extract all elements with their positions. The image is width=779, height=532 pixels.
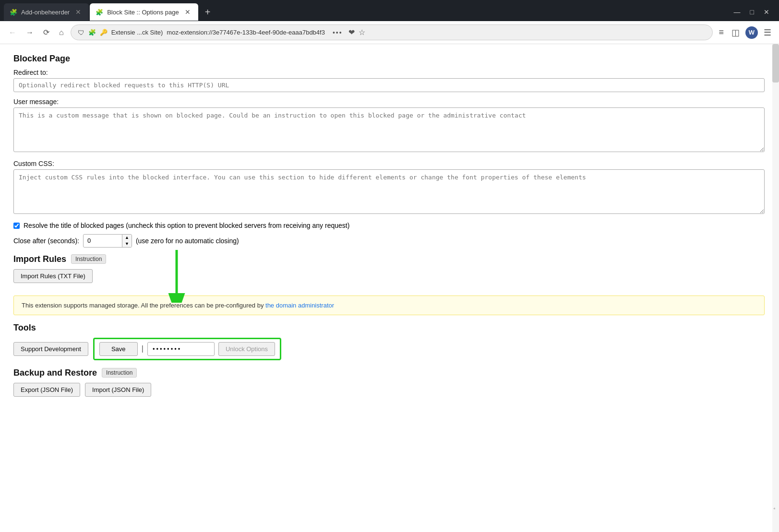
addon-tab-close[interactable]: ✕ xyxy=(73,7,83,17)
resolve-title-row: Resolve the title of blocked pages (unch… xyxy=(13,222,765,229)
close-after-input[interactable] xyxy=(84,235,122,246)
blocksite-tab-icon: 🧩 xyxy=(96,8,103,16)
tools-row: Support Development Save | Unlock Option… xyxy=(13,338,765,360)
tab-addon[interactable]: 🧩 Add-onbeheerder ✕ xyxy=(4,3,89,21)
security-shield-icon: 🛡 xyxy=(78,29,84,36)
close-button[interactable]: ✕ xyxy=(764,8,769,16)
info-banner-text-before: This extension supports managed storage.… xyxy=(22,302,265,309)
import-json-button[interactable]: Import (JSON File) xyxy=(85,383,151,397)
address-bar: ← → ⟳ ⌂ 🛡 🧩 🔑 Extensie ...ck Site) moz-e… xyxy=(0,21,779,44)
info-banner-wrapper: This extension supports managed storage.… xyxy=(13,296,765,315)
import-rules-title: Import Rules xyxy=(13,254,66,264)
redirect-label: Redirect to: xyxy=(13,69,765,76)
backup-buttons-row: Export (JSON File) Import (JSON File) xyxy=(13,383,765,397)
close-after-label: Close after (seconds): xyxy=(13,237,79,245)
export-json-button[interactable]: Export (JSON File) xyxy=(13,383,80,397)
password-input[interactable] xyxy=(147,342,215,356)
home-button[interactable]: ⌂ xyxy=(56,26,67,39)
sidebar-icon[interactable]: ◫ xyxy=(730,25,742,40)
page-content: Blocked Page Redirect to: User message: … xyxy=(0,44,779,532)
import-rules-button[interactable]: Import Rules (TXT File) xyxy=(13,269,93,283)
close-after-row: Close after (seconds): ▲ ▼ (use zero for… xyxy=(13,234,765,248)
url-full-text: moz-extension://3e77467e-133b-4eef-90de-… xyxy=(167,29,325,36)
pipe-separator: | xyxy=(142,344,144,353)
tools-title: Tools xyxy=(13,323,765,333)
redirect-input[interactable] xyxy=(13,78,765,92)
scrollbar-thumb[interactable] xyxy=(772,44,779,83)
ext-icon: 🧩 xyxy=(88,29,96,36)
backup-restore-header: Backup and Restore Instruction xyxy=(13,368,765,378)
spin-down-button[interactable]: ▼ xyxy=(122,241,132,247)
addon-tab-label: Add-onbeheerder xyxy=(21,9,70,16)
blocksite-tab-label: Block Site :: Options page xyxy=(107,9,179,16)
back-button[interactable]: ← xyxy=(6,26,19,39)
unlock-options-button[interactable]: Unlock Options xyxy=(218,342,275,356)
url-bar[interactable]: 🛡 🧩 🔑 Extensie ...ck Site) moz-extension… xyxy=(71,24,713,40)
backup-restore-instruction-badge[interactable]: Instruction xyxy=(102,368,137,378)
reload-button[interactable]: ⟳ xyxy=(40,26,52,39)
tools-section: Tools Support Development Save | Unlock … xyxy=(13,323,765,360)
menu-icon[interactable]: ☰ xyxy=(762,25,773,40)
support-development-button[interactable]: Support Development xyxy=(13,342,88,356)
backup-restore-section: Backup and Restore Instruction Export (J… xyxy=(13,368,765,397)
forward-button[interactable]: → xyxy=(23,26,36,39)
info-banner: This extension supports managed storage.… xyxy=(13,296,765,315)
pocket-icon[interactable]: ❤ xyxy=(348,28,355,37)
scrollbar-track: ⁴ xyxy=(772,44,779,532)
url-overflow-dots[interactable]: ••• xyxy=(333,29,343,36)
url-prefix-text: Extensie ...ck Site) xyxy=(111,29,163,36)
scroll-indicator: ⁴ xyxy=(773,507,775,513)
blocked-page-section: Blocked Page Redirect to: User message: … xyxy=(13,54,765,248)
minimize-button[interactable]: — xyxy=(734,8,741,16)
spin-up-button[interactable]: ▲ xyxy=(122,235,132,241)
maximize-button[interactable]: □ xyxy=(750,8,754,16)
import-rules-header: Import Rules Instruction xyxy=(13,254,765,264)
tab-bar: 🧩 Add-onbeheerder ✕ 🧩 Block Site :: Opti… xyxy=(0,0,779,21)
new-tab-button[interactable]: + xyxy=(201,5,215,20)
import-rules-instruction-badge[interactable]: Instruction xyxy=(71,254,106,264)
backup-restore-title: Backup and Restore xyxy=(13,368,97,378)
user-message-label: User message: xyxy=(13,98,765,106)
browser-chrome: 🧩 Add-onbeheerder ✕ 🧩 Block Site :: Opti… xyxy=(0,0,779,44)
import-rules-section: Import Rules Instruction Import Rules (T… xyxy=(13,254,765,290)
tab-blocksite[interactable]: 🧩 Block Site :: Options page ✕ xyxy=(90,3,198,21)
window-controls: — □ ✕ xyxy=(734,8,775,16)
spin-buttons: ▲ ▼ xyxy=(122,235,132,247)
save-button[interactable]: Save xyxy=(99,342,138,356)
toolbar-right: ≡ ◫ W ☰ xyxy=(717,25,773,40)
reader-view-icon[interactable]: ≡ xyxy=(717,25,726,39)
bookmark-star-icon[interactable]: ☆ xyxy=(359,28,365,37)
key-icon: 🔑 xyxy=(100,29,108,36)
resolve-title-checkbox[interactable] xyxy=(13,223,20,229)
avatar[interactable]: W xyxy=(745,26,758,39)
close-after-hint: (use zero for no automatic closing) xyxy=(136,237,239,245)
blocked-page-title: Blocked Page xyxy=(13,54,765,64)
close-after-spinner[interactable]: ▲ ▼ xyxy=(83,234,132,248)
addon-tab-icon: 🧩 xyxy=(10,8,17,16)
resolve-title-label: Resolve the title of blocked pages (unch… xyxy=(24,222,349,229)
user-message-textarea[interactable] xyxy=(13,107,765,152)
tools-highlight-box: Save | Unlock Options xyxy=(93,338,281,360)
custom-css-textarea[interactable] xyxy=(13,169,765,214)
domain-admin-link[interactable]: the domain administrator xyxy=(265,302,334,309)
custom-css-label: Custom CSS: xyxy=(13,160,765,167)
blocksite-tab-close[interactable]: ✕ xyxy=(183,7,192,17)
